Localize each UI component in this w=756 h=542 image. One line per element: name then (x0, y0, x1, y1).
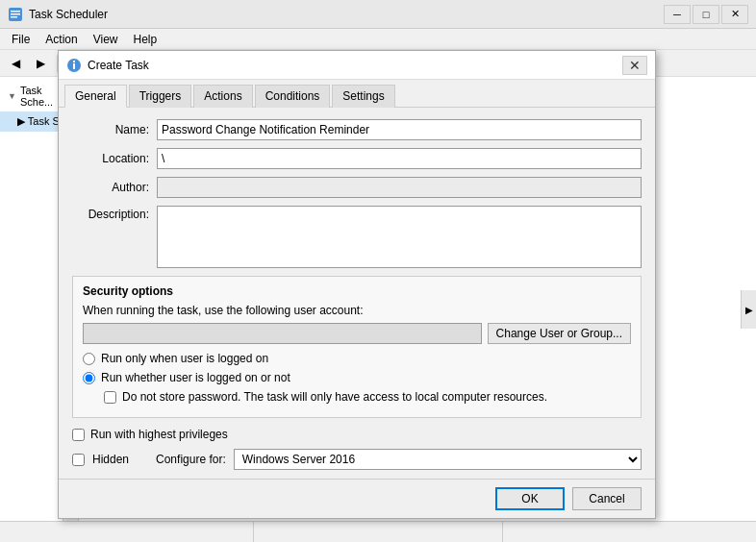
radio-logged-on-or-not-row: Run whether user is logged on or not (83, 371, 631, 384)
checkbox-highest-priv-row: Run with highest privileges (72, 428, 642, 441)
svg-rect-3 (11, 16, 17, 18)
configure-label: Configure for: (156, 453, 226, 466)
radio-logged-on-label: Run only when user is logged on (101, 352, 268, 365)
maximize-button[interactable]: □ (693, 5, 719, 24)
name-label: Name: (72, 123, 149, 136)
close-button[interactable]: ✕ (721, 5, 748, 24)
location-row: Location: (72, 148, 642, 169)
radio-logged-on-or-not[interactable] (83, 372, 95, 384)
user-account-field (83, 323, 482, 344)
hidden-label: Hidden (92, 453, 129, 466)
menu-view[interactable]: View (86, 31, 126, 48)
tab-triggers[interactable]: Triggers (129, 85, 192, 108)
svg-rect-2 (11, 13, 20, 15)
configure-select[interactable]: Windows Server 2016 Windows Server 2019 … (234, 449, 642, 470)
change-user-button[interactable]: Change User or Group... (488, 323, 631, 344)
description-row: Description: (72, 206, 642, 268)
name-row: Name: (72, 119, 642, 140)
radio-logged-on-or-not-label: Run whether user is logged on or not (101, 371, 290, 384)
svg-rect-10 (73, 63, 75, 69)
cancel-button[interactable]: Cancel (572, 487, 642, 510)
menu-help[interactable]: Help (126, 31, 165, 48)
security-title: Security options (83, 284, 631, 298)
description-textarea[interactable] (157, 206, 642, 268)
location-input[interactable] (157, 148, 642, 169)
name-input[interactable] (157, 119, 642, 140)
minimize-button[interactable]: ─ (664, 5, 691, 24)
right-nav-arrow[interactable]: ▶ (741, 290, 756, 329)
menu-action[interactable]: Action (38, 31, 85, 48)
status-pane-1 (4, 522, 254, 542)
dialog-icon (66, 58, 82, 73)
dialog-close-button[interactable]: ✕ (622, 56, 647, 75)
ok-button[interactable]: OK (495, 487, 565, 510)
main-window: Task Scheduler ─ □ ✕ File Action View He… (0, 0, 756, 542)
location-label: Location: (72, 152, 149, 165)
radio-logged-on[interactable] (83, 353, 95, 365)
dialog-tabs: General Triggers Actions Conditions Sett… (59, 80, 655, 108)
forward-button[interactable]: ▶ (29, 53, 52, 74)
checkbox-highest-privileges-label: Run with highest privileges (90, 428, 228, 441)
create-task-dialog: Create Task ✕ General Triggers Actions C… (58, 50, 656, 519)
checkbox-highest-privileges[interactable] (72, 429, 85, 441)
dialog-title: Create Task (88, 59, 617, 72)
checkbox-no-password-label: Do not store password. The task will onl… (122, 390, 547, 404)
author-label: Author: (72, 181, 149, 194)
app-icon (8, 7, 23, 22)
tab-general[interactable]: General (64, 85, 127, 108)
tab-conditions[interactable]: Conditions (255, 85, 331, 108)
menubar: File Action View Help (0, 29, 756, 50)
dialog-body: Name: Location: Author: Description: Sec… (59, 108, 655, 481)
status-pane-2 (254, 522, 504, 542)
window-controls: ─ □ ✕ (664, 5, 748, 24)
checkbox-hidden[interactable] (72, 454, 85, 466)
checkbox-no-password-row: Do not store password. The task will onl… (104, 390, 631, 404)
back-button[interactable]: ◀ (4, 53, 27, 74)
app-title: Task Scheduler (29, 8, 658, 21)
security-options-box: Security options When running the task, … (72, 276, 642, 418)
description-label: Description: (72, 206, 149, 221)
dialog-footer: OK Cancel (59, 479, 655, 518)
author-input[interactable] (157, 177, 642, 198)
svg-rect-1 (11, 11, 20, 12)
checkbox-no-password[interactable] (104, 391, 116, 404)
status-bar (0, 521, 756, 542)
titlebar: Task Scheduler ─ □ ✕ (0, 0, 756, 29)
expand-icon: ▼ (8, 91, 16, 101)
user-account-row: Change User or Group... (83, 323, 631, 344)
tab-settings[interactable]: Settings (332, 85, 394, 108)
status-pane-3 (503, 522, 752, 542)
menu-file[interactable]: File (4, 31, 38, 48)
tab-actions[interactable]: Actions (193, 85, 252, 108)
radio-logged-on-row: Run only when user is logged on (83, 352, 631, 365)
security-subtitle: When running the task, use the following… (83, 304, 631, 317)
dialog-titlebar: Create Task ✕ (59, 51, 655, 80)
chevron-right-icon: ▶ (745, 305, 753, 315)
svg-rect-9 (73, 61, 75, 62)
bottom-row: Hidden Configure for: Windows Server 201… (72, 449, 642, 470)
author-row: Author: (72, 177, 642, 198)
